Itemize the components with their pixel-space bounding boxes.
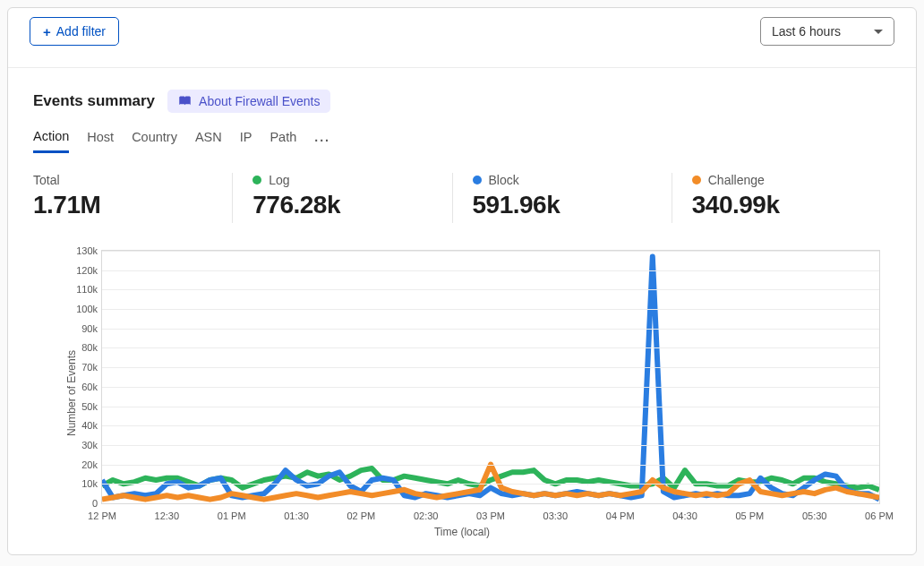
gridline: [102, 251, 879, 252]
metric-total: Total1.71M: [33, 173, 232, 223]
summary-header: Events summary About Firewall Events: [33, 90, 891, 113]
metric-challenge: Challenge340.99k: [672, 173, 891, 223]
y-tick-label: 50k: [62, 401, 98, 412]
gridline: [102, 329, 879, 330]
metric-value: 1.71M: [33, 191, 216, 219]
x-tick-label: 12:30: [155, 510, 180, 521]
metric-label: Log: [252, 173, 435, 187]
add-filter-label: Add filter: [56, 24, 106, 39]
metric-block: Block591.96k: [452, 173, 672, 223]
y-tick-label: 60k: [62, 382, 98, 392]
metric-value: 591.96k: [473, 191, 655, 219]
y-tick-label: 0: [62, 498, 98, 509]
legend-dot-icon: [692, 176, 701, 184]
y-tick-label: 20k: [62, 459, 98, 470]
x-tick-label: 12 PM: [88, 510, 116, 521]
legend-dot-icon: [473, 176, 482, 184]
chart-plot-area: 010k20k30k40k50k60k70k80k90k100k110k120k…: [101, 250, 880, 504]
gridline: [102, 347, 879, 348]
y-tick-label: 10k: [62, 478, 98, 489]
y-tick-label: 70k: [62, 362, 98, 373]
tab-path[interactable]: Path: [270, 130, 296, 151]
tab-country[interactable]: Country: [132, 130, 177, 151]
x-tick-label: 01 PM: [218, 510, 246, 521]
metric-label: Block: [473, 173, 655, 187]
x-tick-label: 02 PM: [346, 510, 375, 521]
x-tick-label: 05 PM: [735, 510, 764, 521]
tab-action[interactable]: Action: [33, 129, 69, 153]
x-tick-label: 01:30: [284, 510, 309, 521]
y-tick-label: 80k: [62, 342, 98, 353]
chart-lines-svg: [102, 251, 879, 503]
gridline: [102, 270, 879, 271]
book-icon: [178, 96, 192, 107]
time-range-select[interactable]: Last 6 hours: [760, 17, 894, 46]
x-tick-label: 04 PM: [606, 510, 635, 521]
tab-host[interactable]: Host: [87, 130, 114, 151]
metric-value: 340.99k: [692, 191, 875, 219]
chevron-down-icon: [874, 30, 883, 34]
events-chart: Number of Events 010k20k30k40k50k60k70k8…: [33, 250, 891, 536]
y-tick-label: 120k: [62, 265, 98, 276]
legend-dot-icon: [252, 176, 261, 184]
time-range-value: Last 6 hours: [772, 24, 841, 39]
metric-value: 776.28k: [252, 191, 435, 219]
gridline: [102, 407, 879, 407]
summary-title: Events summary: [33, 92, 155, 110]
gridline: [102, 289, 879, 290]
more-icon[interactable]: ···: [314, 133, 330, 148]
gridline: [102, 387, 879, 388]
gridline: [102, 309, 879, 310]
events-card: + Add filter Last 6 hours Events summary…: [7, 7, 917, 555]
tab-ip[interactable]: IP: [240, 130, 252, 151]
metric-label: Challenge: [692, 173, 875, 187]
plus-icon: +: [43, 25, 51, 39]
x-axis-label: Time (local): [33, 526, 891, 538]
x-tick-label: 03 PM: [476, 510, 505, 521]
y-tick-label: 40k: [62, 420, 98, 431]
y-tick-label: 110k: [62, 284, 98, 295]
dimension-tabs: ActionHostCountryASNIPPath···: [33, 129, 891, 153]
gridline: [102, 445, 879, 446]
gridline: [102, 425, 879, 426]
x-tick-label: 02:30: [414, 510, 439, 521]
y-tick-label: 30k: [62, 440, 98, 450]
y-tick-label: 130k: [62, 245, 98, 256]
about-label: About Firewall Events: [199, 94, 320, 108]
gridline: [102, 465, 879, 466]
gridline: [102, 367, 879, 368]
tab-asn[interactable]: ASN: [195, 130, 222, 151]
summary-body: Events summary About Firewall Events Act…: [8, 68, 916, 554]
x-tick-label: 04:30: [672, 510, 697, 521]
y-tick-label: 100k: [62, 304, 98, 314]
x-tick-label: 06 PM: [865, 510, 894, 521]
gridline: [102, 484, 879, 485]
x-tick-label: 05:30: [802, 510, 827, 521]
filter-toolbar: + Add filter Last 6 hours: [8, 8, 916, 68]
y-tick-label: 90k: [62, 323, 98, 334]
x-tick-label: 03:30: [543, 510, 569, 521]
metric-log: Log776.28k: [232, 173, 451, 223]
metrics-row: Total1.71MLog776.28kBlock591.96kChalleng…: [33, 173, 891, 223]
metric-label: Total: [33, 173, 216, 187]
add-filter-button[interactable]: + Add filter: [30, 17, 119, 46]
about-firewall-events-link[interactable]: About Firewall Events: [167, 90, 330, 113]
